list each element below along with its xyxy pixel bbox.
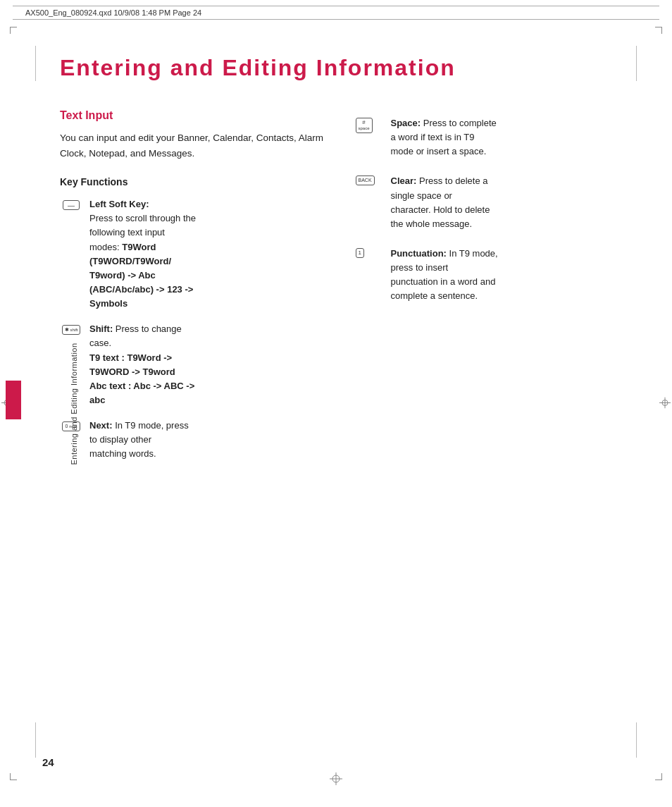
soft-key-box: — [63, 200, 80, 210]
reg-mark-right [659, 397, 671, 410]
main-content: Entering and Editing Information Text In… [60, 20, 630, 473]
key-item-clear: BACK Clear: Press to delete a single spa… [356, 174, 630, 231]
shift-key-icon: ✱ shift [60, 323, 82, 337]
header-bar: AX500_Eng_080924.qxd 10/9/08 1:48 PM Pag… [13, 6, 659, 20]
key-item-shift: ✱ shift Shift: Press to change case. T9 … [60, 322, 335, 407]
two-column-layout: Text Input You can input and edit your B… [60, 109, 630, 473]
clear-icon-box: BACK [356, 175, 375, 185]
top-line-right [636, 46, 637, 81]
key-item-left-soft: — Left Soft Key: Press to scroll through… [60, 197, 335, 311]
shift-key-title: Shift: [89, 324, 113, 334]
key-item-punctuation: 1 Punctuation: In T9 mode, press to inse… [356, 247, 630, 304]
right-column: # space Space: Press to complete a word … [356, 109, 630, 473]
space-key-text: Space: Press to complete a word if text … [391, 116, 497, 159]
left-soft-key-title: Left Soft Key: [89, 199, 149, 209]
left-column: Text Input You can input and edit your B… [60, 109, 335, 473]
left-soft-key-icon: — [60, 198, 82, 212]
page-title: Entering and Editing Information [60, 55, 630, 81]
bottom-line-left [35, 722, 36, 758]
sidebar-label: Entering and Editing Information [70, 343, 78, 464]
corner-mark-tr [655, 27, 662, 34]
punctuation-key-title: Punctuation: [391, 248, 447, 259]
space-key-title: Space: [391, 118, 421, 128]
space-key-icon: # space [356, 116, 382, 133]
key-functions-heading: Key Functions [60, 176, 335, 187]
top-line-left [35, 46, 36, 81]
corner-mark-br [655, 773, 662, 780]
key-item-next: 0 next Next: In T9 mode, press to displa… [60, 419, 335, 461]
next-key-text: Next: In T9 mode, press to display other… [89, 419, 189, 461]
corner-mark-bl [10, 773, 17, 780]
clear-key-text: Clear: Press to delete a single space or… [391, 174, 490, 231]
sidebar-red-block [6, 381, 21, 419]
bottom-center-cross [330, 772, 342, 787]
header-text: AX500_Eng_080924.qxd 10/9/08 1:48 PM Pag… [25, 8, 201, 17]
key-item-space: # space Space: Press to complete a word … [356, 116, 630, 159]
bottom-line-right [636, 722, 637, 758]
shift-icon-box: ✱ shift [62, 325, 81, 335]
next-key-title: Next: [89, 420, 113, 431]
punctuation-key-text: Punctuation: In T9 mode, press to insert… [391, 247, 498, 304]
corner-mark-tl [10, 27, 17, 34]
text-input-heading: Text Input [60, 109, 335, 122]
left-soft-key-text: Left Soft Key: Press to scroll through t… [89, 197, 196, 311]
clear-key-icon: BACK [356, 174, 382, 185]
punctuation-icon-box: 1 [356, 248, 364, 258]
page-number: 24 [42, 756, 54, 768]
space-icon-box: # space [356, 118, 373, 133]
intro-text: You can input and edit your Banner, Cale… [60, 130, 335, 161]
punctuation-key-icon: 1 [356, 247, 382, 258]
shift-key-text: Shift: Press to change case. T9 text : T… [89, 322, 194, 407]
clear-key-title: Clear: [391, 175, 417, 186]
